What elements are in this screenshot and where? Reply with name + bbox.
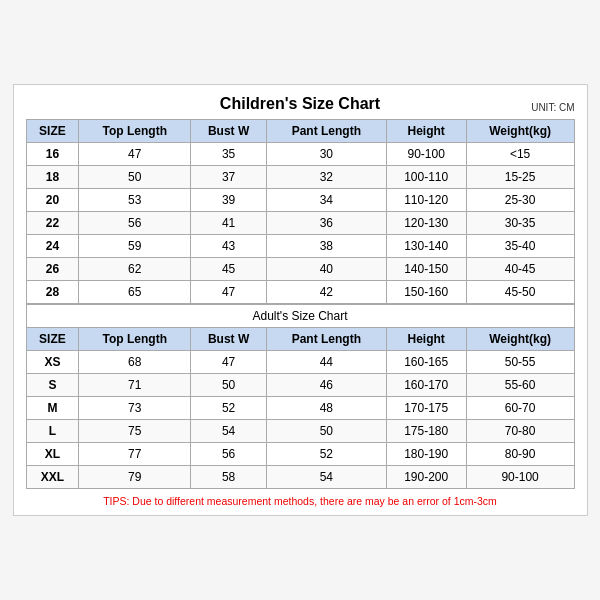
table-cell: 50-55 xyxy=(466,351,574,374)
table-cell: 54 xyxy=(267,466,387,489)
table-cell: 22 xyxy=(26,212,79,235)
table-cell: 34 xyxy=(267,189,387,212)
table-row: L755450175-18070-80 xyxy=(26,420,574,443)
adults-header-row: SIZE Top Length Bust W Pant Length Heigh… xyxy=(26,328,574,351)
adults-col-pantlength: Pant Length xyxy=(267,328,387,351)
table-cell: 56 xyxy=(79,212,191,235)
table-cell: 36 xyxy=(267,212,387,235)
table-cell: 35-40 xyxy=(466,235,574,258)
table-cell: 30-35 xyxy=(466,212,574,235)
table-row: 24594338130-14035-40 xyxy=(26,235,574,258)
table-cell: 130-140 xyxy=(386,235,466,258)
table-row: S715046160-17055-60 xyxy=(26,374,574,397)
children-col-bustw: Bust W xyxy=(191,120,267,143)
table-cell: 80-90 xyxy=(466,443,574,466)
children-header-row: SIZE Top Length Bust W Pant Length Heigh… xyxy=(26,120,574,143)
table-row: 28654742150-16045-50 xyxy=(26,281,574,304)
table-cell: S xyxy=(26,374,79,397)
tips-row: TIPS: Due to different measurement metho… xyxy=(26,495,575,507)
table-cell: 120-130 xyxy=(386,212,466,235)
children-title-row: Children's Size Chart UNIT: CM xyxy=(26,95,575,113)
adults-title: Adult's Size Chart xyxy=(26,305,574,328)
table-row: 20533934110-12025-30 xyxy=(26,189,574,212)
table-row: 18503732100-11015-25 xyxy=(26,166,574,189)
table-cell: 45 xyxy=(191,258,267,281)
table-row: 1647353090-100<15 xyxy=(26,143,574,166)
table-cell: 52 xyxy=(267,443,387,466)
table-cell: 38 xyxy=(267,235,387,258)
table-cell: 41 xyxy=(191,212,267,235)
table-cell: 53 xyxy=(79,189,191,212)
table-row: 22564136120-13030-35 xyxy=(26,212,574,235)
table-cell: 170-175 xyxy=(386,397,466,420)
table-cell: 73 xyxy=(79,397,191,420)
adults-col-bustw: Bust W xyxy=(191,328,267,351)
table-cell: 60-70 xyxy=(466,397,574,420)
table-cell: 25-30 xyxy=(466,189,574,212)
table-cell: 32 xyxy=(267,166,387,189)
table-cell: 44 xyxy=(267,351,387,374)
table-cell: 160-165 xyxy=(386,351,466,374)
chart-container: Children's Size Chart UNIT: CM SIZE Top … xyxy=(13,84,588,516)
children-title: Children's Size Chart xyxy=(220,95,380,113)
children-col-size: SIZE xyxy=(26,120,79,143)
children-col-height: Height xyxy=(386,120,466,143)
table-cell: 40-45 xyxy=(466,258,574,281)
table-cell: 62 xyxy=(79,258,191,281)
table-cell: 50 xyxy=(191,374,267,397)
table-cell: 75 xyxy=(79,420,191,443)
table-cell: <15 xyxy=(466,143,574,166)
tips-text: TIPS: Due to different measurement metho… xyxy=(103,495,497,507)
table-cell: XXL xyxy=(26,466,79,489)
unit-label: UNIT: CM xyxy=(531,102,574,113)
table-cell: L xyxy=(26,420,79,443)
table-cell: 40 xyxy=(267,258,387,281)
table-cell: 100-110 xyxy=(386,166,466,189)
table-cell: 71 xyxy=(79,374,191,397)
table-cell: 140-150 xyxy=(386,258,466,281)
table-cell: 150-160 xyxy=(386,281,466,304)
table-cell: 58 xyxy=(191,466,267,489)
table-cell: 16 xyxy=(26,143,79,166)
table-cell: 47 xyxy=(191,351,267,374)
adults-col-size: SIZE xyxy=(26,328,79,351)
table-cell: 52 xyxy=(191,397,267,420)
table-cell: 15-25 xyxy=(466,166,574,189)
adults-col-height: Height xyxy=(386,328,466,351)
children-col-pantlength: Pant Length xyxy=(267,120,387,143)
table-cell: 90-100 xyxy=(466,466,574,489)
table-cell: 26 xyxy=(26,258,79,281)
table-cell: 46 xyxy=(267,374,387,397)
table-cell: 18 xyxy=(26,166,79,189)
table-cell: 59 xyxy=(79,235,191,258)
table-cell: 43 xyxy=(191,235,267,258)
table-cell: 70-80 xyxy=(466,420,574,443)
children-col-toplength: Top Length xyxy=(79,120,191,143)
table-cell: 90-100 xyxy=(386,143,466,166)
table-row: XS684744160-16550-55 xyxy=(26,351,574,374)
table-cell: 45-50 xyxy=(466,281,574,304)
table-cell: 28 xyxy=(26,281,79,304)
table-cell: 35 xyxy=(191,143,267,166)
table-cell: 65 xyxy=(79,281,191,304)
table-cell: 50 xyxy=(267,420,387,443)
adults-col-toplength: Top Length xyxy=(79,328,191,351)
table-cell: 56 xyxy=(191,443,267,466)
table-cell: 50 xyxy=(79,166,191,189)
table-row: XL775652180-19080-90 xyxy=(26,443,574,466)
table-cell: 110-120 xyxy=(386,189,466,212)
children-table: SIZE Top Length Bust W Pant Length Heigh… xyxy=(26,119,575,304)
table-cell: 30 xyxy=(267,143,387,166)
table-cell: 79 xyxy=(79,466,191,489)
table-cell: 42 xyxy=(267,281,387,304)
table-cell: 20 xyxy=(26,189,79,212)
table-row: 26624540140-15040-45 xyxy=(26,258,574,281)
table-cell: 190-200 xyxy=(386,466,466,489)
table-cell: XS xyxy=(26,351,79,374)
table-row: XXL795854190-20090-100 xyxy=(26,466,574,489)
children-col-weight: Weight(kg) xyxy=(466,120,574,143)
table-cell: 37 xyxy=(191,166,267,189)
table-cell: M xyxy=(26,397,79,420)
table-cell: 54 xyxy=(191,420,267,443)
adults-table: Adult's Size Chart SIZE Top Length Bust … xyxy=(26,304,575,489)
